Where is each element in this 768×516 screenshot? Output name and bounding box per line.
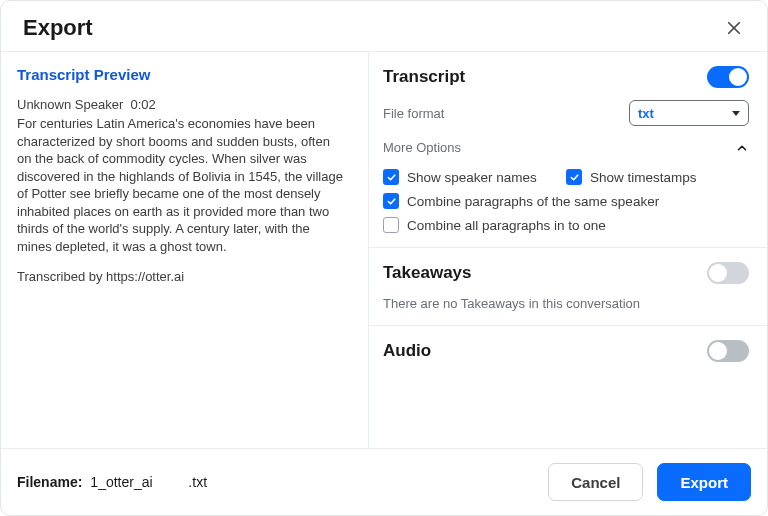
- preview-footer: Transcribed by https://otter.ai: [17, 269, 346, 284]
- checkbox-show-speaker-names[interactable]: [383, 169, 399, 185]
- option-label: Show speaker names: [407, 170, 537, 185]
- divider: [369, 325, 767, 326]
- preview-speaker-line: Unknown Speaker 0:02: [17, 97, 346, 112]
- option-show-timestamps[interactable]: Show timestamps: [566, 169, 749, 185]
- file-format-value: txt: [638, 106, 654, 121]
- takeaways-title: Takeaways: [383, 263, 472, 283]
- dialog-header: Export: [1, 1, 767, 51]
- chevron-down-icon: [732, 111, 740, 116]
- filename-ext: .txt: [188, 474, 207, 490]
- transcript-title: Transcript: [383, 67, 465, 87]
- cancel-button[interactable]: Cancel: [548, 463, 643, 501]
- close-button[interactable]: [723, 17, 745, 39]
- checkmark-icon: [386, 196, 397, 207]
- file-format-row: File format txt: [383, 100, 749, 126]
- option-label: Combine all paragraphs in to one: [407, 218, 606, 233]
- takeaways-section-header: Takeaways: [383, 262, 749, 284]
- preview-body: For centuries Latin America's economies …: [17, 115, 346, 255]
- filename-label: Filename:: [17, 474, 82, 490]
- checkmark-icon: [386, 172, 397, 183]
- filename-wrap: Filename: .txt: [17, 472, 207, 493]
- export-button[interactable]: Export: [657, 463, 751, 501]
- option-label: Combine paragraphs of the same speaker: [407, 194, 659, 209]
- dialog-footer: Filename: .txt Cancel Export: [1, 448, 767, 515]
- dialog-body: Transcript Preview Unknown Speaker 0:02 …: [1, 51, 767, 448]
- more-options-label: More Options: [383, 140, 461, 155]
- checkmark-icon: [569, 172, 580, 183]
- cancel-label: Cancel: [571, 474, 620, 491]
- close-icon: [725, 19, 743, 37]
- option-combine-all[interactable]: Combine all paragraphs in to one: [383, 217, 749, 233]
- options-panel: Transcript File format txt More Options: [369, 52, 767, 448]
- audio-toggle[interactable]: [707, 340, 749, 362]
- checkbox-combine-same-speaker[interactable]: [383, 193, 399, 209]
- footer-buttons: Cancel Export: [548, 463, 751, 501]
- dialog-title: Export: [23, 15, 93, 41]
- preview-timestamp: 0:02: [130, 97, 155, 112]
- export-dialog: Export Transcript Preview Unknown Speake…: [0, 0, 768, 516]
- takeaways-note: There are no Takeaways in this conversat…: [383, 296, 749, 311]
- more-options-toggle[interactable]: More Options: [383, 140, 749, 155]
- checkbox-show-timestamps[interactable]: [566, 169, 582, 185]
- option-label: Show timestamps: [590, 170, 697, 185]
- preview-title: Transcript Preview: [17, 66, 346, 83]
- transcript-section-header: Transcript: [383, 66, 749, 88]
- transcript-toggle[interactable]: [707, 66, 749, 88]
- export-label: Export: [680, 474, 728, 491]
- checkbox-combine-all[interactable]: [383, 217, 399, 233]
- takeaways-toggle[interactable]: [707, 262, 749, 284]
- file-format-label: File format: [383, 106, 444, 121]
- options-grid: Show speaker names Show timestamps Combi…: [383, 169, 749, 233]
- audio-section-header: Audio: [383, 340, 749, 362]
- option-combine-same-speaker[interactable]: Combine paragraphs of the same speaker: [383, 193, 749, 209]
- preview-speaker: Unknown Speaker: [17, 97, 123, 112]
- option-show-speaker-names[interactable]: Show speaker names: [383, 169, 566, 185]
- file-format-select[interactable]: txt: [629, 100, 749, 126]
- filename-input[interactable]: [90, 472, 180, 493]
- preview-panel: Transcript Preview Unknown Speaker 0:02 …: [1, 52, 369, 448]
- divider: [369, 247, 767, 248]
- chevron-up-icon: [735, 141, 749, 155]
- audio-title: Audio: [383, 341, 431, 361]
